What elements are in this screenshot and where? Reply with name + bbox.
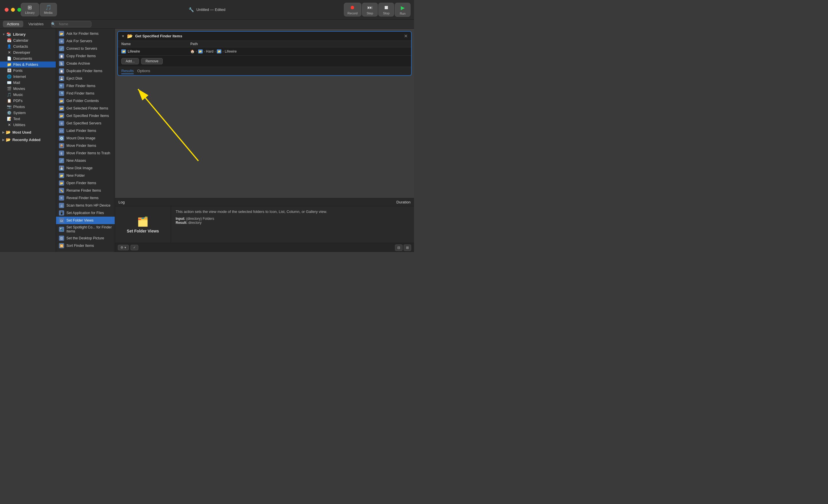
- action-mount-disk[interactable]: 💿 Mount Disk Image: [56, 134, 115, 142]
- tab-actions[interactable]: Actions: [3, 21, 23, 27]
- grid-view-icon: ⊞: [406, 246, 409, 250]
- path-sep4: ›: [222, 50, 224, 53]
- action-set-folder-views[interactable]: 🗂 Set Folder Views: [56, 217, 115, 224]
- movies-icon: 🎬: [7, 87, 11, 91]
- action-get-specified[interactable]: 📂 Get Specified Finder Items: [56, 112, 115, 120]
- action-label: Get Selected Finder Items: [67, 106, 108, 110]
- sidebar-item-mail[interactable]: ✉️ Mail: [0, 80, 56, 86]
- sidebar-group-recently[interactable]: ▶ 📂 Recently Added: [0, 136, 56, 143]
- tab-variables[interactable]: Variables: [25, 21, 48, 27]
- record-icon: ⏺: [350, 5, 355, 11]
- empty-canvas-space: [115, 78, 414, 164]
- tab-bar: Actions Variables 🔍: [0, 19, 414, 29]
- action-scan-hp[interactable]: 🖨 Scan Items from HP Device: [56, 202, 115, 209]
- action-copy-finder[interactable]: 📋 Copy Finder Items: [56, 52, 115, 60]
- action-icon: 🖥: [59, 121, 64, 126]
- action-filter-finder[interactable]: 🔍 Filter Finder Items: [56, 82, 115, 90]
- sidebar-item-photos[interactable]: 📷 Photos: [0, 104, 56, 110]
- gear-settings-button[interactable]: ⚙ ▾: [118, 245, 129, 250]
- action-connect-servers[interactable]: 🔗 Connect to Servers: [56, 45, 115, 52]
- close-block-button[interactable]: ✕: [404, 33, 408, 39]
- log-bar: Log Duration: [115, 198, 414, 206]
- action-reveal[interactable]: 👁 Reveal Finder Items: [56, 194, 115, 202]
- media-button[interactable]: 🎵 Media: [40, 3, 57, 16]
- sidebar-item-utilities[interactable]: ✕ Utilities: [0, 122, 56, 128]
- fullscreen-button[interactable]: [17, 8, 21, 12]
- sidebar-item-pdfs[interactable]: 📋 PDFs: [0, 98, 56, 104]
- bottom-panel: 🗂️ Set Folder Views This action sets the…: [115, 206, 414, 252]
- action-icon: 🔍: [59, 83, 64, 89]
- calendar-icon: 📅: [7, 38, 11, 43]
- action-label: Scan Items from HP Device: [67, 203, 111, 208]
- add-button[interactable]: Add...: [121, 58, 139, 64]
- stop-button[interactable]: ⏹ Stop: [378, 3, 394, 17]
- sidebar-section-recently: ▶ 📂 Recently Added: [0, 136, 56, 143]
- action-duplicate-finder[interactable]: 📋 Duplicate Finder Items: [56, 67, 115, 75]
- action-ask-servers[interactable]: 🖥 Ask For Servers: [56, 37, 115, 45]
- sidebar-group-library[interactable]: ▼ 📚 Library: [0, 31, 56, 37]
- run-button[interactable]: ▶ Run: [395, 3, 411, 17]
- action-new-folder[interactable]: 📁 New Folder: [56, 172, 115, 179]
- options-tab[interactable]: Options: [137, 68, 150, 74]
- library-label: Library: [25, 11, 35, 14]
- sidebar-item-documents[interactable]: 📄 Documents: [0, 55, 56, 61]
- library-button[interactable]: ⊞ Library: [21, 3, 39, 16]
- action-rename[interactable]: ✏️ Rename Finder Items: [56, 187, 115, 194]
- action-icon: 📋: [59, 68, 64, 74]
- results-tab[interactable]: Results: [121, 68, 134, 74]
- action-set-spotlight[interactable]: 🔦 Set Spotlight Co... for Finder Items: [56, 224, 115, 234]
- library-icon: ⊞: [28, 5, 32, 10]
- sidebar-item-files-folders[interactable]: 📁 Files & Folders: [0, 61, 56, 67]
- action-create-archive[interactable]: 🗜 Create Archive: [56, 60, 115, 67]
- run-label: Run: [400, 11, 405, 15]
- grid-view-button[interactable]: ⊞: [404, 244, 411, 251]
- action-table-area: Name Path 📁 Lifewire 🏠 › 📁 ›: [118, 41, 411, 55]
- action-move-finder[interactable]: 📦 Move Finder Items: [56, 142, 115, 149]
- action-find-finder[interactable]: 🔎 Find Finder Items: [56, 90, 115, 97]
- action-sort-finder[interactable]: 🔀 Sort Finder Items: [56, 242, 115, 249]
- sidebar-item-internet[interactable]: 🌐 Internet: [0, 74, 56, 80]
- pdfs-icon: 📋: [7, 99, 11, 103]
- workflow-canvas[interactable]: ▼ 📂 Get Specified Finder Items ✕ Name Pa…: [115, 29, 414, 198]
- fonts-icon: 🅰: [7, 68, 11, 73]
- action-ask-finder[interactable]: 📂 Ask for Finder Items: [56, 30, 115, 37]
- action-new-aliases[interactable]: 🔗 New Aliases: [56, 157, 115, 164]
- action-label-finder[interactable]: 🏷 Label Finder Items: [56, 127, 115, 134]
- action-get-folder[interactable]: 📂 Get Folder Contents: [56, 97, 115, 104]
- sidebar-item-calendar[interactable]: 📅 Calendar: [0, 37, 56, 43]
- step-button[interactable]: ⏭ Step: [362, 3, 378, 17]
- sidebar-item-text[interactable]: 📝 Text: [0, 116, 56, 122]
- action-get-servers[interactable]: 🖥 Get Specified Servers: [56, 120, 115, 127]
- action-label: Ask for Finder Items: [67, 32, 98, 36]
- action-new-disk[interactable]: 💾 New Disk Image: [56, 164, 115, 172]
- sidebar-group-mostused[interactable]: ▶ 📂 Most Used: [0, 129, 56, 135]
- recently-folder-icon: 📂: [6, 137, 11, 142]
- action-get-selected[interactable]: 📂 Get Selected Finder Items: [56, 104, 115, 112]
- action-open-finder[interactable]: 📂 Open Finder Items: [56, 179, 115, 187]
- sidebar-item-movies[interactable]: 🎬 Movies: [0, 86, 56, 92]
- window-title-area: 🔧 Untitled — Edited: [189, 7, 225, 12]
- sidebar-group-label: Recently Added: [12, 138, 41, 142]
- stop-icon: ⏹: [384, 5, 389, 11]
- record-button[interactable]: ⏺ Record: [344, 3, 361, 17]
- action-set-application[interactable]: 📱 Set Application for Files: [56, 209, 115, 217]
- action-move-trash[interactable]: 🗑 Move Finder Items to Trash: [56, 149, 115, 157]
- search-input[interactable]: [51, 21, 91, 27]
- action-set-desktop[interactable]: 🖼 Set the Desktop Picture: [56, 234, 115, 242]
- collapse-button[interactable]: ▼: [121, 34, 125, 38]
- list-view-button[interactable]: ⊟: [395, 244, 403, 251]
- sidebar-item-fonts[interactable]: 🅰 Fonts: [0, 67, 56, 74]
- action-icon: 🔎: [59, 91, 64, 96]
- remove-button[interactable]: Remove: [141, 58, 163, 64]
- check-button[interactable]: ✓: [130, 245, 138, 250]
- sidebar-item-system[interactable]: ⚙️ System: [0, 110, 56, 116]
- sidebar-item-developer[interactable]: ✕ Developer: [0, 49, 56, 55]
- close-button[interactable]: [5, 8, 9, 12]
- sidebar-item-music[interactable]: 🎵 Music: [0, 92, 56, 98]
- path-hard: Hard: [206, 49, 213, 53]
- utilities-icon: ✕: [7, 123, 11, 127]
- minimize-button[interactable]: [11, 8, 15, 12]
- action-eject-disk[interactable]: 💾 Eject Disk: [56, 75, 115, 82]
- sidebar-item-contacts[interactable]: 👤 Contacts: [0, 43, 56, 49]
- folder-badge-icon2: 📁: [198, 49, 203, 53]
